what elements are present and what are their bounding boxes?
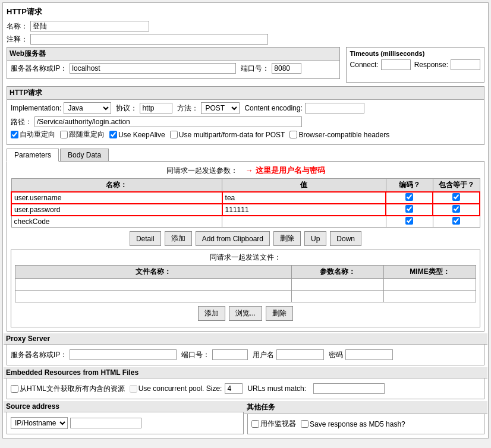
files-empty-row-2 (15, 291, 476, 302)
files-table: 文件名称： 参数名称： MIME类型： (15, 265, 476, 302)
table-row: user.password 111111 (11, 204, 480, 216)
add-clipboard-button[interactable]: Add from Clipboard (196, 231, 270, 246)
mime-cell-2 (384, 291, 476, 302)
mime-col: MIME类型： (384, 266, 476, 279)
proxy-port-input[interactable] (212, 349, 248, 360)
path-input[interactable] (34, 116, 302, 127)
up-button[interactable]: Up (304, 231, 326, 246)
file-name-col: 文件名称： (15, 266, 292, 279)
multipart-checkbox[interactable]: Use multipart/form-data for POST (170, 131, 285, 139)
web-server-section: Web服务器 服务器名称或IP： 端口号： (7, 47, 340, 79)
path-label: 路径： (11, 117, 32, 127)
web-server-title: Web服务器 (7, 48, 339, 61)
param-value-1: 111111 (222, 204, 386, 216)
files-delete-button[interactable]: 删除 (266, 306, 293, 321)
proxy-server-label: 服务器名称或IP： (11, 350, 67, 360)
comment-input[interactable] (30, 34, 268, 45)
source-input[interactable] (70, 418, 141, 428)
connect-input[interactable] (381, 59, 411, 70)
port-label: 端口号： (241, 64, 269, 74)
protocol-label: 协议： (116, 103, 137, 113)
param-name-0: user.username (11, 192, 222, 204)
param-include-2 (433, 216, 480, 228)
concurrent-checkbox[interactable]: Use concurrent pool. Size: (130, 383, 243, 394)
comment-label: 注释： (7, 34, 28, 45)
param-include-1 (433, 204, 480, 216)
embedded-title: Embedded Resources from HTML Files (4, 367, 487, 378)
monitor-checkbox[interactable]: 用作监视器 (251, 419, 296, 429)
param-name-cell-2 (292, 291, 384, 302)
method-label: 方法： (177, 103, 199, 113)
auto-redirect-checkbox[interactable]: 自动重定向 (11, 130, 55, 140)
keepalive-checkbox[interactable]: Use KeepAlive (109, 131, 165, 139)
concurrent-label: Use concurrent pool. Size: (139, 384, 222, 393)
name-label: 名称： (7, 21, 28, 31)
detail-button[interactable]: Detail (130, 231, 161, 246)
tab-parameters[interactable]: Parameters (7, 149, 59, 162)
protocol-input[interactable] (140, 103, 172, 113)
md5-label: Save response as MD5 hash? (310, 420, 405, 428)
files-browse-button[interactable]: 浏览... (229, 306, 262, 321)
table-row: user.username tea (11, 192, 480, 204)
param-name-cell (292, 279, 384, 291)
other-tasks-section: 其他任务 用作监视器 Save response as MD5 hash? (247, 403, 484, 434)
proxy-server-input[interactable] (70, 349, 177, 360)
include-col-header: 包含等于？ (433, 179, 480, 193)
param-value-0: tea (222, 192, 386, 204)
tab-bar: Parameters Body Data (7, 149, 484, 162)
port-input[interactable] (272, 63, 301, 74)
table-row: checkCode (11, 216, 480, 228)
impl-select[interactable]: Java (64, 102, 111, 114)
timeouts-section: Timeouts (milliseconds) Connect: Respons… (346, 47, 484, 83)
urls-input[interactable] (313, 383, 385, 394)
mime-cell (384, 279, 476, 291)
embedded-checkbox[interactable]: 从HTML文件获取所有内含的资源 (11, 384, 125, 394)
http-request-section: HTTP请求 Implementation: Java 协议： 方法： POST… (7, 86, 484, 145)
proxy-title: Proxy Server (4, 333, 487, 345)
annotation-arrow: → (238, 165, 253, 176)
source-section: Source address IP/Hostname (7, 403, 244, 434)
down-button[interactable]: Down (330, 231, 361, 246)
embedded-section: Embedded Resources from HTML Files 从HTML… (7, 369, 484, 399)
other-tasks-title: 其他任务 (244, 401, 487, 414)
impl-label: Implementation: (11, 104, 61, 112)
name-input[interactable] (30, 21, 149, 31)
source-title: Source address (4, 401, 247, 412)
proxy-section: Proxy Server 服务器名称或IP： 端口号： 用户名 密码 (7, 335, 484, 365)
md5-checkbox[interactable]: Save response as MD5 hash? (301, 420, 405, 428)
param-include-0 (433, 192, 480, 204)
page-title: HTTP请求 (7, 7, 484, 17)
param-encode-2 (386, 216, 433, 228)
send-files-label: 同请求一起发送文件： (15, 253, 476, 263)
tab-body-data[interactable]: Body Data (60, 149, 109, 161)
delete-button[interactable]: 删除 (273, 231, 301, 246)
files-empty-row (15, 279, 476, 291)
follow-redirect-checkbox[interactable]: 跟随重定向 (60, 130, 105, 140)
params-btn-row: Detail 添加 Add from Clipboard 删除 Up Down (11, 231, 480, 246)
encoding-input[interactable] (305, 103, 364, 113)
concurrent-input[interactable] (225, 383, 243, 394)
files-add-button[interactable]: 添加 (198, 306, 225, 321)
tab-content-parameters: 同请求一起发送参数： → 这里是用户名与密码 名称： 值 编码？ 包含等于？ u… (7, 162, 484, 332)
urls-label: URLs must match: (247, 384, 306, 393)
monitor-label: 用作监视器 (260, 419, 296, 429)
proxy-username-input[interactable] (276, 349, 324, 360)
server-label: 服务器名称或IP： (11, 64, 67, 74)
timeouts-title: Timeouts (milliseconds) (350, 50, 480, 57)
proxy-password-input[interactable] (345, 349, 393, 360)
add-button[interactable]: 添加 (165, 231, 192, 246)
response-input[interactable] (451, 59, 480, 70)
server-input[interactable] (70, 63, 236, 74)
name-col-header: 名称： (11, 179, 222, 193)
files-btn-row: 添加 浏览... 删除 (15, 306, 476, 321)
connect-label: Connect: (350, 61, 379, 69)
proxy-password-label: 密码 (329, 350, 343, 360)
param-encode-1 (386, 204, 433, 216)
proxy-username-label: 用户名 (253, 350, 274, 360)
source-type-select[interactable]: IP/Hostname (11, 417, 68, 429)
file-name-cell (15, 279, 292, 291)
browser-headers-checkbox[interactable]: Browser-compatible headers (289, 131, 389, 139)
method-select[interactable]: POST (201, 102, 240, 114)
name-row: 名称： (7, 21, 484, 31)
send-params-label: 同请求一起发送参数： (166, 166, 238, 176)
